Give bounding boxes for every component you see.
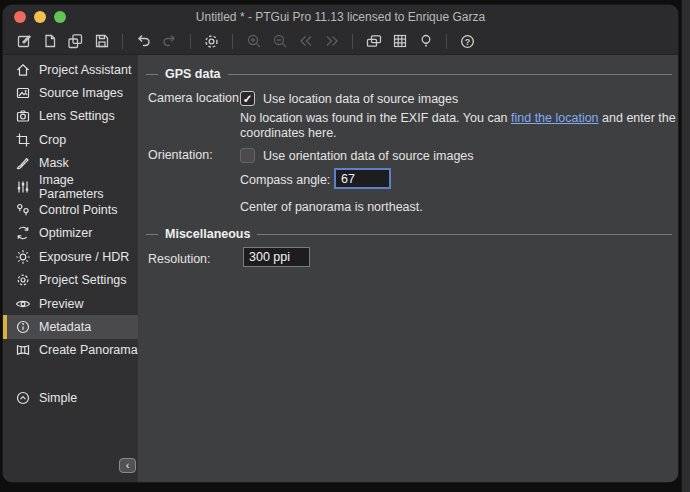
- sidebar-item-source-images[interactable]: Source Images: [3, 81, 138, 104]
- settings-gear-icon[interactable]: [200, 30, 223, 52]
- detail-grid-icon[interactable]: [388, 30, 411, 52]
- orientation-label: Orientation:: [148, 148, 213, 162]
- sidebar-item-label: Create Panorama: [39, 343, 138, 357]
- traffic-lights: [14, 11, 66, 23]
- lightbulb-icon[interactable]: [414, 30, 437, 52]
- find-the-location-link[interactable]: find the location: [511, 111, 599, 125]
- sliders-icon: [15, 179, 31, 195]
- exif-note-text: No location was found in the EXIF data. …: [240, 111, 678, 141]
- sidebar-item-label: Control Points: [39, 203, 118, 217]
- duplicate-document-icon[interactable]: [64, 30, 87, 52]
- sidebar-item-image-parameters[interactable]: Image Parameters: [3, 175, 138, 198]
- sidebar-item-create-panorama[interactable]: Create Panorama: [3, 339, 138, 362]
- sidebar-item-label: Optimizer: [39, 226, 92, 240]
- zoom-out-icon: [268, 30, 291, 52]
- sidebar-item-label: Project Assistant: [39, 63, 131, 77]
- use-orientation-checkbox-label: Use orientation data of source images: [263, 149, 474, 163]
- step-forward-icon: [320, 30, 343, 52]
- sidebar-item-metadata[interactable]: Metadata: [3, 315, 138, 338]
- sidebar-collapse-button[interactable]: ‹: [119, 458, 136, 473]
- sun-icon: [15, 249, 31, 265]
- resolution-input[interactable]: [243, 247, 310, 267]
- image-icon: [15, 85, 31, 101]
- map-pins-icon: [15, 202, 31, 218]
- redo-icon: [158, 30, 181, 52]
- edit-new-project-icon[interactable]: [12, 30, 35, 52]
- undo-icon[interactable]: [132, 30, 155, 52]
- sidebar-item-label: Exposure / HDR: [39, 250, 129, 264]
- metadata-panel: GPS data Camera location ✓ Use location …: [138, 55, 678, 482]
- eye-icon: [15, 296, 31, 312]
- sidebar: Project Assistant Source Images Lens Set…: [3, 55, 138, 482]
- sidebar-item-label: Image Parameters: [39, 173, 138, 201]
- toolbar-separator: [122, 34, 123, 49]
- toolbar-separator: [352, 34, 353, 49]
- miscellaneous-section-header: Miscellaneous: [146, 227, 672, 241]
- camera-icon: [15, 108, 31, 124]
- refresh-icon: [15, 225, 31, 241]
- help-icon[interactable]: ?: [456, 30, 479, 52]
- toolbar-separator: [190, 34, 191, 49]
- zoom-in-icon: [242, 30, 265, 52]
- toolbar-separator: [446, 34, 447, 49]
- step-back-icon: [294, 30, 317, 52]
- resolution-label: Resolution:: [148, 252, 211, 266]
- sidebar-item-control-points[interactable]: Control Points: [3, 198, 138, 221]
- note-text-before: No location was found in the EXIF data. …: [240, 111, 511, 125]
- screenshot-stage: Untitled * - PTGui Pro 11.13 licensed to…: [0, 0, 690, 492]
- sidebar-item-exposure-hdr[interactable]: Exposure / HDR: [3, 245, 138, 268]
- section-divider: [146, 74, 158, 75]
- sidebar-item-label: Simple: [39, 391, 77, 405]
- toolbar-separator: [232, 34, 233, 49]
- section-title: GPS data: [165, 67, 221, 81]
- home-icon: [15, 62, 31, 78]
- compass-angle-label: Compass angle:: [240, 173, 330, 187]
- sidebar-item-label: Mask: [39, 156, 69, 170]
- panorama-editor-icon[interactable]: [362, 30, 385, 52]
- use-orientation-checkbox[interactable]: [240, 148, 255, 163]
- panorama-icon: [15, 342, 31, 358]
- use-location-checkbox[interactable]: ✓: [240, 91, 255, 106]
- info-icon: [15, 319, 31, 335]
- sidebar-item-label: Project Settings: [39, 273, 127, 287]
- compass-note: Center of panorama is northeast.: [240, 200, 423, 214]
- use-location-checkbox-label: Use location data of source images: [263, 92, 458, 106]
- section-divider: [228, 74, 672, 75]
- brush-icon: [15, 155, 31, 171]
- camera-location-label: Camera location: [148, 91, 239, 105]
- close-button[interactable]: [14, 11, 26, 23]
- sidebar-item-simple[interactable]: Simple: [3, 386, 138, 409]
- ptgui-window: Untitled * - PTGui Pro 11.13 licensed to…: [3, 5, 678, 482]
- open-document-icon[interactable]: [38, 30, 61, 52]
- sidebar-item-mask[interactable]: Mask: [3, 152, 138, 175]
- maximize-button[interactable]: [54, 11, 66, 23]
- chevron-up-circle-icon: [15, 390, 31, 406]
- sidebar-item-optimizer[interactable]: Optimizer: [3, 222, 138, 245]
- svg-text:?: ?: [465, 36, 471, 46]
- main-area: Project Assistant Source Images Lens Set…: [3, 55, 678, 482]
- window-title: Untitled * - PTGui Pro 11.13 licensed to…: [3, 10, 678, 24]
- sidebar-item-label: Lens Settings: [39, 109, 115, 123]
- save-icon[interactable]: [90, 30, 113, 52]
- section-divider: [146, 234, 158, 235]
- section-title: Miscellaneous: [165, 227, 250, 241]
- background-window-strip: [681, 0, 690, 492]
- sidebar-item-project-assistant[interactable]: Project Assistant: [3, 58, 138, 81]
- sidebar-item-label: Preview: [39, 297, 83, 311]
- sidebar-item-lens-settings[interactable]: Lens Settings: [3, 105, 138, 128]
- crop-icon: [15, 132, 31, 148]
- sidebar-item-crop[interactable]: Crop: [3, 128, 138, 151]
- sidebar-item-label: Metadata: [39, 320, 91, 334]
- compass-angle-input[interactable]: [334, 168, 391, 189]
- section-divider: [257, 234, 672, 235]
- minimize-button[interactable]: [34, 11, 46, 23]
- title-bar[interactable]: Untitled * - PTGui Pro 11.13 licensed to…: [3, 5, 678, 28]
- gps-data-section-header: GPS data: [146, 67, 672, 81]
- toolbar: ?: [3, 28, 678, 55]
- sidebar-item-preview[interactable]: Preview: [3, 292, 138, 315]
- sidebar-item-label: Crop: [39, 133, 66, 147]
- sidebar-item-project-settings[interactable]: Project Settings: [3, 269, 138, 292]
- gear-icon: [15, 272, 31, 288]
- sidebar-item-label: Source Images: [39, 86, 123, 100]
